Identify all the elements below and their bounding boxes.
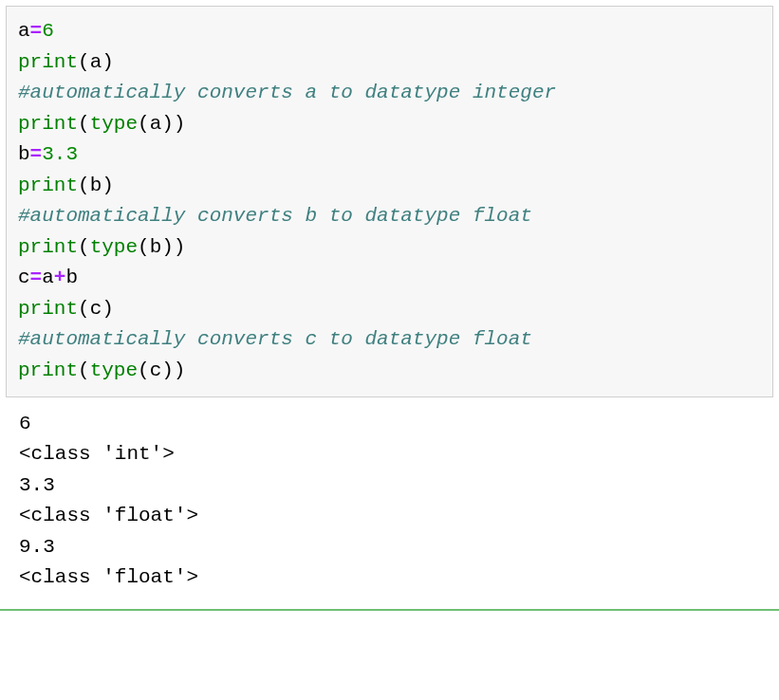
output-line: 3.3 (19, 470, 760, 502)
output-line: 9.3 (19, 532, 760, 563)
code-line: print(a) (18, 47, 761, 79)
paren: ( (138, 113, 150, 135)
builtin-function: type (90, 236, 138, 258)
paren: ( (78, 298, 90, 320)
code-comment: #automatically converts b to datatype fl… (18, 201, 761, 232)
code-line: print(c) (18, 294, 761, 325)
comment-text: #automatically converts a to datatype in… (18, 82, 556, 103)
code-line: print(b) (18, 171, 761, 202)
variable: b (65, 267, 78, 288)
builtin-function: print (18, 175, 78, 196)
paren: ( (78, 359, 90, 381)
output-line: <class 'float'> (19, 562, 760, 594)
variable: c (18, 267, 30, 288)
paren: ( (138, 236, 150, 258)
operator: = (30, 20, 43, 42)
code-line: print(type(b)) (18, 232, 761, 264)
output-line: <class 'float'> (19, 501, 760, 532)
variable: c (150, 359, 162, 381)
paren: ) (102, 51, 114, 73)
variable: c (90, 298, 102, 320)
code-line: b=3.3 (18, 139, 761, 171)
paren: ( (78, 51, 90, 73)
variable: b (18, 143, 30, 165)
paren: )) (161, 359, 185, 381)
code-cell: a=6 print(a) #automatically converts a t… (6, 6, 773, 397)
builtin-function: type (90, 359, 138, 381)
variable: a (42, 267, 54, 288)
code-comment: #automatically converts a to datatype in… (18, 78, 761, 109)
paren: )) (161, 113, 185, 135)
variable: a (18, 20, 30, 42)
operator: = (30, 267, 43, 288)
operator: = (30, 143, 43, 165)
code-line: print(type(a)) (18, 109, 761, 140)
output-line: 6 (19, 409, 760, 440)
paren: ( (78, 175, 90, 196)
output-line: <class 'int'> (19, 439, 760, 470)
number-literal: 6 (42, 20, 54, 42)
paren: ( (78, 236, 90, 258)
paren: ) (102, 175, 114, 196)
output-cell: 6 <class 'int'> 3.3 <class 'float'> 9.3 … (6, 397, 773, 605)
variable: a (150, 113, 162, 135)
paren: ( (138, 359, 150, 381)
comment-text: #automatically converts c to datatype fl… (18, 328, 532, 350)
number-literal: 3.3 (42, 143, 78, 165)
code-comment: #automatically converts c to datatype fl… (18, 324, 761, 356)
variable: b (150, 236, 162, 258)
builtin-function: print (18, 359, 78, 381)
builtin-function: print (18, 113, 78, 135)
paren: ( (78, 113, 90, 135)
variable: b (90, 175, 102, 196)
code-line: a=6 (18, 16, 761, 47)
code-line: c=a+b (18, 263, 761, 294)
operator: + (54, 267, 66, 288)
paren: ) (102, 298, 114, 320)
paren: )) (161, 236, 185, 258)
builtin-function: type (90, 113, 138, 135)
builtin-function: print (18, 51, 78, 73)
comment-text: #automatically converts b to datatype fl… (18, 205, 532, 227)
variable: a (90, 51, 102, 73)
code-line: print(type(c)) (18, 356, 761, 387)
builtin-function: print (18, 236, 78, 258)
divider (0, 609, 779, 611)
builtin-function: print (18, 298, 78, 320)
